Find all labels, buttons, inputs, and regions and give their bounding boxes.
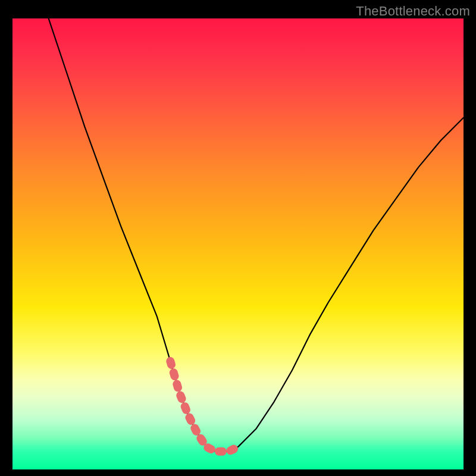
plot-area (12, 18, 464, 469)
chart-svg-overlay (12, 18, 464, 469)
valley-highlight (170, 361, 238, 452)
bottleneck-curve (49, 18, 464, 452)
chart-stage: TheBottleneck.com (0, 0, 476, 476)
watermark-text: TheBottleneck.com (356, 4, 470, 19)
